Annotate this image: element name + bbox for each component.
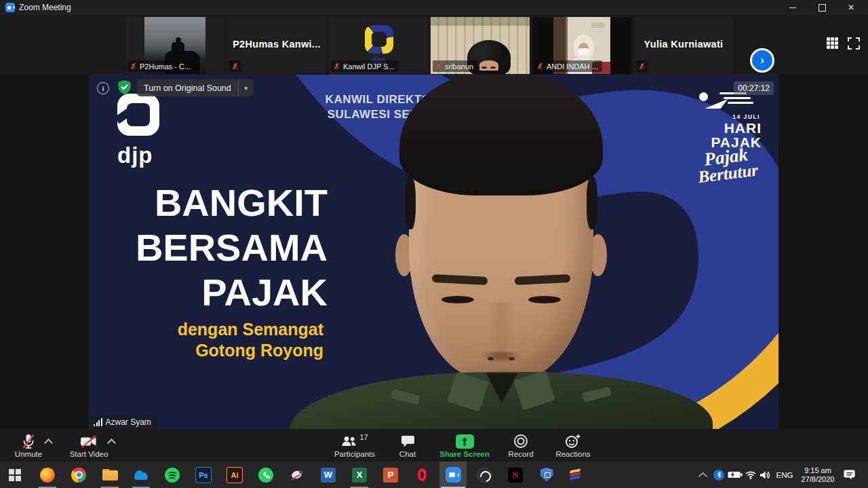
participant-tile[interactable]: djp Kanwil DJP S...	[329, 17, 428, 74]
taskbar-spotify[interactable]	[159, 462, 186, 488]
zoom-logo-icon	[5, 3, 15, 12]
djp-logo	[365, 25, 393, 54]
participants-icon	[341, 434, 357, 448]
bluetooth-icon[interactable]	[712, 462, 726, 488]
share-screen-button[interactable]: Share Screen	[431, 429, 498, 462]
windows-logo-icon	[9, 469, 21, 481]
muted-mic-icon	[536, 62, 544, 71]
muted-badge	[636, 60, 648, 72]
original-sound-button[interactable]: Turn on Original Sound ▾	[137, 79, 254, 96]
muted-mic-icon	[435, 62, 442, 71]
taskbar-file-explorer[interactable]	[96, 462, 123, 488]
language-indicator[interactable]: ENG	[773, 462, 796, 488]
window-title: Zoom Meeting	[19, 3, 71, 12]
participant-name-badge: Kanwil DJP S...	[331, 60, 399, 72]
taskbar-word[interactable]: W	[315, 462, 342, 488]
chevron-down-icon[interactable]: ▾	[238, 79, 254, 96]
taskbar-illustrator[interactable]: Ai	[221, 462, 248, 488]
fullscreen-icon[interactable]	[848, 37, 860, 50]
wifi-icon[interactable]	[743, 462, 758, 488]
reactions-button[interactable]: Reactions	[545, 429, 601, 462]
participant-name-badge: ANDI INDAH ...	[534, 60, 602, 72]
taskbar-whatsapp[interactable]	[252, 462, 279, 488]
gallery-view-icon[interactable]	[827, 37, 839, 50]
muted-badge	[229, 60, 241, 72]
video-off-icon	[80, 435, 98, 448]
participant-name: P2Humas Kanwi...	[227, 39, 326, 50]
taskbar-photoshop[interactable]: Ps	[190, 462, 217, 488]
audio-level-icon	[94, 418, 102, 426]
muted-mic-icon	[231, 62, 239, 71]
meeting-timer: 00:27:12	[734, 81, 774, 95]
zoom-icon	[446, 467, 461, 483]
participant-tile[interactable]: ANDI INDAH ...	[532, 17, 631, 74]
participant-tile[interactable]: sribanun	[431, 17, 530, 74]
participant-name-badge: sribanun	[433, 60, 477, 72]
main-stage: KANWIL DIREKTORAT SULAWESI SELATAN, djp …	[0, 75, 868, 429]
meeting-toolbar: Unmute Start Video 1	[0, 429, 868, 462]
speaker-name-tag: Azwar Syam	[90, 415, 157, 429]
participant-name: P2Humas - C...	[140, 62, 191, 71]
excel-icon: X	[352, 468, 367, 483]
participants-button[interactable]: 17 Participants	[321, 429, 389, 462]
muted-mic-icon	[333, 62, 340, 71]
opera-icon	[418, 468, 427, 481]
record-button[interactable]: Record	[494, 429, 548, 462]
start-button[interactable]	[1, 462, 28, 488]
participant-tile[interactable]: P2Humas Kanwi...	[227, 17, 326, 74]
chat-icon	[401, 435, 415, 448]
tray-time: 9:15 am	[804, 466, 831, 475]
tray-date: 27/8/2020	[802, 475, 835, 484]
taskbar-colorful-app[interactable]	[561, 462, 589, 488]
clock[interactable]: 9:15 am 27/8/2020	[797, 462, 838, 488]
tray-overflow-chevron[interactable]	[696, 462, 709, 488]
close-button[interactable]: ✕	[837, 0, 865, 15]
participant-name: ANDI INDAH ...	[547, 62, 598, 71]
battery-icon[interactable]	[727, 462, 743, 488]
restore-button[interactable]	[808, 0, 836, 15]
taskbar-shield-app[interactable]	[533, 462, 560, 488]
spotify-icon	[165, 468, 180, 483]
mic-options-chevron[interactable]	[45, 438, 52, 444]
mouse-app-icon	[290, 468, 304, 482]
speaker-icon[interactable]	[758, 462, 772, 488]
notifications-icon[interactable]	[840, 462, 860, 488]
taskbar-obs[interactable]	[471, 462, 498, 488]
taskbar-netflix[interactable]: N	[502, 462, 529, 488]
info-icon[interactable]: i	[97, 82, 109, 94]
share-screen-icon	[456, 434, 474, 449]
next-participants-button[interactable]: ›	[750, 48, 774, 73]
participants-count: 17	[359, 433, 368, 441]
active-speaker-video: KANWIL DIREKTORAT SULAWESI SELATAN, djp …	[89, 75, 778, 429]
taskbar-firefox[interactable]	[34, 462, 61, 488]
chat-button[interactable]: Chat	[380, 429, 435, 462]
taskbar-chrome[interactable]	[65, 462, 92, 488]
file-explorer-icon	[102, 469, 118, 481]
campaign-tagline: dengan Semangat Gotong Royong	[109, 319, 323, 361]
illustrator-icon: Ai	[226, 467, 243, 483]
participant-name: Yulia Kurniawati	[634, 39, 733, 50]
encryption-shield-icon[interactable]	[117, 79, 132, 95]
obs-icon	[477, 468, 492, 483]
taskbar-opera[interactable]	[408, 462, 435, 488]
djp-logo-text: djp	[117, 143, 178, 168]
zoom-meeting-window: Zoom Meeting ✕ P2Humas - C... P2Humas Ka…	[0, 0, 868, 488]
taskbar-excel[interactable]: X	[346, 462, 373, 488]
muted-mic-icon	[638, 62, 646, 71]
participant-tile[interactable]: Yulia Kurniawati	[634, 17, 733, 74]
djp-logo	[117, 94, 159, 136]
taskbar-zoom[interactable]	[439, 462, 467, 488]
taskbar-onedrive[interactable]	[127, 462, 155, 488]
taskbar-powerpoint[interactable]: P	[377, 462, 404, 488]
onedrive-icon	[133, 470, 149, 480]
minimize-button[interactable]	[778, 0, 807, 15]
taskbar-mouse-app[interactable]	[283, 462, 311, 488]
kanwil-banner-text: KANWIL DIREKTORAT SULAWESI SELATAN,	[319, 92, 461, 122]
firefox-icon	[40, 468, 55, 483]
muted-mic-icon	[22, 434, 35, 449]
muted-mic-icon	[130, 62, 137, 71]
participant-tile[interactable]: P2Humas - C...	[125, 17, 224, 74]
djp-logo-block: djp	[117, 94, 178, 168]
chrome-icon	[71, 468, 86, 483]
video-options-chevron[interactable]	[108, 438, 115, 444]
